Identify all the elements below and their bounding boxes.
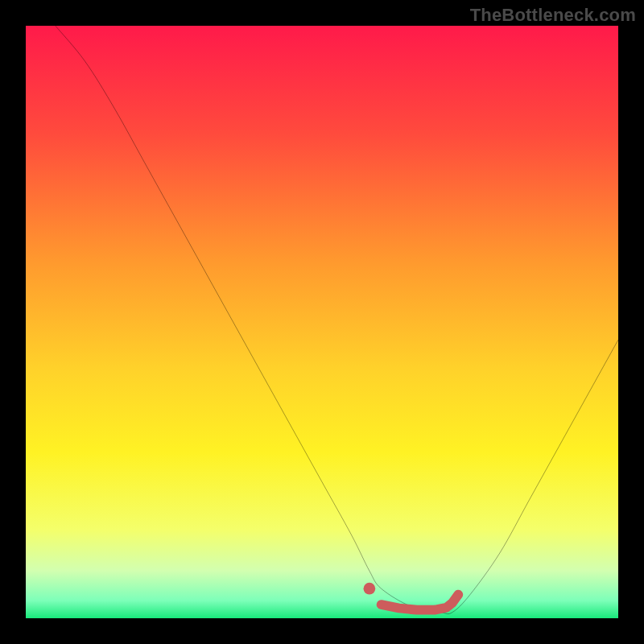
plot-area (26, 26, 618, 618)
chart-frame: TheBottleneck.com (0, 0, 644, 644)
svg-point-1 (364, 583, 376, 595)
optimal-range-marker (26, 26, 618, 618)
watermark-text: TheBottleneck.com (470, 5, 636, 26)
